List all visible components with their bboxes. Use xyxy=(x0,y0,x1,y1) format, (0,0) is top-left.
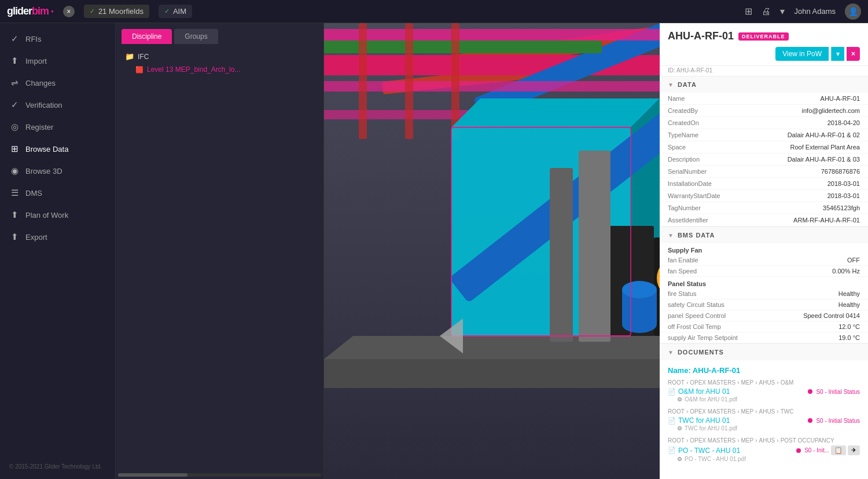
bms-row-supply-temp: supply Air Temp Setpoint 19.0 °C xyxy=(660,332,868,343)
data-row-typename: TypeName Dalair AHU-A-RF-01 & 02 xyxy=(660,129,868,141)
label-typename: TypeName xyxy=(668,131,698,138)
value-fan-enable: OFF xyxy=(847,257,860,264)
content-area: Discipline Groups 📁 IFC 🟥 Level 13 MEP_b… xyxy=(116,23,868,479)
bc-twc-2: TWC xyxy=(781,408,794,415)
sidebar-item-changes[interactable]: ⇌ Changes xyxy=(0,72,115,94)
doc-copy-button[interactable]: 📋 xyxy=(831,445,846,455)
tab-label-aim: AIM xyxy=(173,7,186,16)
svg-rect-30 xyxy=(550,168,573,342)
viewport[interactable] xyxy=(324,23,660,479)
tab-21-moorfields[interactable]: ✓ 21 Moorfields xyxy=(84,5,149,18)
scroll-bar xyxy=(118,473,321,477)
documents-section-header[interactable]: ▼ DOCUMENTS xyxy=(660,344,868,360)
sidebar-item-register[interactable]: ◎ Register xyxy=(0,116,115,138)
sidebar-item-dms[interactable]: ☰ DMS xyxy=(0,182,115,204)
value-fan-speed: 0.00% Hz xyxy=(832,268,860,275)
print-icon[interactable]: 🖨 xyxy=(762,6,771,17)
documents-section-label: DOCUMENTS xyxy=(678,349,724,356)
bc-root-2: ROOT xyxy=(668,408,685,415)
panel-status-label: Panel Status xyxy=(660,277,868,288)
topbar: gliderbim ● × ✓ 21 Moorfields ✓ AIM ⊞ 🖨 … xyxy=(0,0,868,23)
doc-status-dot-om xyxy=(808,389,812,394)
register-icon: ◎ xyxy=(9,122,20,132)
chevron-down-icon[interactable]: ▾ xyxy=(780,6,785,17)
sidebar-item-browse-data[interactable]: ⊞ Browse Data xyxy=(0,138,115,160)
value-typename: Dalair AHU-A-RF-01 & 02 xyxy=(788,131,860,138)
bc-sep-2d: › xyxy=(777,408,778,415)
doc-link-om[interactable]: 📄 O&M for AHU 01 xyxy=(668,387,730,396)
file-icon: 🟥 xyxy=(135,66,144,74)
tab-check-icon: ✓ xyxy=(90,8,95,15)
bc-sep-3a: › xyxy=(686,437,688,444)
browse-3d-icon: ◉ xyxy=(9,166,20,176)
sidebar-item-rfis[interactable]: ✓ RFIs xyxy=(0,28,115,50)
data-row-space: Space Roof External Plant Area xyxy=(660,141,868,153)
close-panel-button[interactable]: × xyxy=(847,47,860,61)
bc-sep-2b: › xyxy=(737,408,739,415)
bms-section-label: BMS DATA xyxy=(678,232,715,239)
view-chevron-button[interactable]: ▾ xyxy=(831,47,844,61)
bc-ahus-2: AHUS xyxy=(759,408,775,415)
grid-icon[interactable]: ⊞ xyxy=(745,6,752,17)
label-frost-temp: off Frost Coil Temp xyxy=(668,323,721,330)
docs-collapse-icon: ▼ xyxy=(668,349,674,356)
tab-discipline[interactable]: Discipline xyxy=(122,29,172,44)
label-createdby: CreatedBy xyxy=(668,107,698,114)
doc-view-button[interactable]: ✈ xyxy=(848,445,860,455)
topbar-left: gliderbim ● × ✓ 21 Moorfields ✓ AIM xyxy=(7,5,192,18)
doc-status-text-twc: S0 - Initial Status xyxy=(816,418,860,424)
avatar[interactable]: 👤 xyxy=(845,3,861,20)
sidebar-item-plan-of-work[interactable]: ⬆ Plan of Work xyxy=(0,204,115,226)
bc-ahus-3: AHUS xyxy=(759,437,775,444)
bms-row-fan-speed: fan Speed 0.00% Hz xyxy=(660,266,868,277)
doc-link-po[interactable]: 📄 PO - TWC - AHU 01 xyxy=(668,447,740,455)
bms-collapse-icon: ▼ xyxy=(668,232,674,239)
doc-status-text-om: S0 - Initial Status xyxy=(816,389,860,395)
bms-section-header[interactable]: ▼ BMS DATA xyxy=(660,227,868,243)
doc-sub-icon-om: ⚙ xyxy=(677,396,682,403)
tab-aim[interactable]: ✓ AIM xyxy=(159,5,192,18)
svg-point-25 xyxy=(622,281,657,298)
view-in-pow-button[interactable]: View in PoW xyxy=(775,47,829,61)
doc-status-text-po: S0 - Init... xyxy=(804,447,829,454)
sidebar: ✓ RFIs ⬆ Import ⇌ Changes ✓ Verification… xyxy=(0,23,116,479)
rfis-icon: ✓ xyxy=(9,34,20,44)
sidebar-label-register: Register xyxy=(25,123,53,131)
left-panel-tabs: Discipline Groups xyxy=(116,23,323,44)
doc-link-twc[interactable]: 📄 TWC for AHU 01 xyxy=(668,416,730,425)
tab-groups[interactable]: Groups xyxy=(174,29,218,44)
sidebar-item-import[interactable]: ⬆ Import xyxy=(0,50,115,72)
label-tagnumber: TagNumber xyxy=(668,204,701,211)
bc-opex-3: OPEX MASTERS xyxy=(690,437,735,444)
bc-om-1: O&M xyxy=(781,379,794,386)
asset-id: ID: AHU-A-RF-01 xyxy=(660,66,868,76)
sidebar-item-browse-3d[interactable]: ◉ Browse 3D xyxy=(0,160,115,182)
svg-rect-10 xyxy=(405,23,413,139)
label-fan-enable: fan Enable xyxy=(668,257,698,264)
sidebar-item-verification[interactable]: ✓ Verification xyxy=(0,94,115,116)
plan-of-work-icon: ⬆ xyxy=(9,210,20,220)
data-section-header[interactable]: ▼ DATA xyxy=(660,76,868,93)
data-row-tagnumber: TagNumber 35465123fgh xyxy=(660,202,868,214)
value-description: Dalair AHU-A-RF-01 & 03 xyxy=(788,156,860,163)
doc-sub-label-om: O&M for AHU 01.pdf xyxy=(685,396,737,403)
value-fire-status: Healthy xyxy=(838,290,860,297)
sidebar-label-plan-of-work: Plan of Work xyxy=(25,211,68,220)
doc-breadcrumb-om: ROOT › OPEX MASTERS › MEP › AHUS › O&M xyxy=(668,379,860,386)
user-name[interactable]: John Adams xyxy=(794,7,836,16)
value-serial: 76786876876 xyxy=(821,168,860,175)
bc-mep-2: MEP xyxy=(741,408,753,415)
tree-file-level13[interactable]: 🟥 Level 13 MEP_bind_Arch_lo... xyxy=(122,63,318,76)
tree-folder-ifc[interactable]: 📁 IFC xyxy=(122,50,318,63)
scroll-thumb[interactable] xyxy=(118,473,187,477)
sidebar-item-export[interactable]: ⬆ Export xyxy=(0,226,115,248)
svg-rect-17 xyxy=(324,359,660,388)
right-panel-header: AHU-A-RF-01 DELIVERABLE View in PoW ▾ × xyxy=(660,23,868,66)
doc-name-header: Name: AHU-A-RF-01 xyxy=(668,366,860,375)
doc-link-label-twc: TWC for AHU 01 xyxy=(678,416,730,425)
doc-link-label-om: O&M for AHU 01 xyxy=(678,387,730,396)
close-button[interactable]: × xyxy=(63,6,75,17)
import-icon: ⬆ xyxy=(9,56,20,66)
label-space: Space xyxy=(668,144,686,151)
bc-root-1: ROOT xyxy=(668,379,685,386)
